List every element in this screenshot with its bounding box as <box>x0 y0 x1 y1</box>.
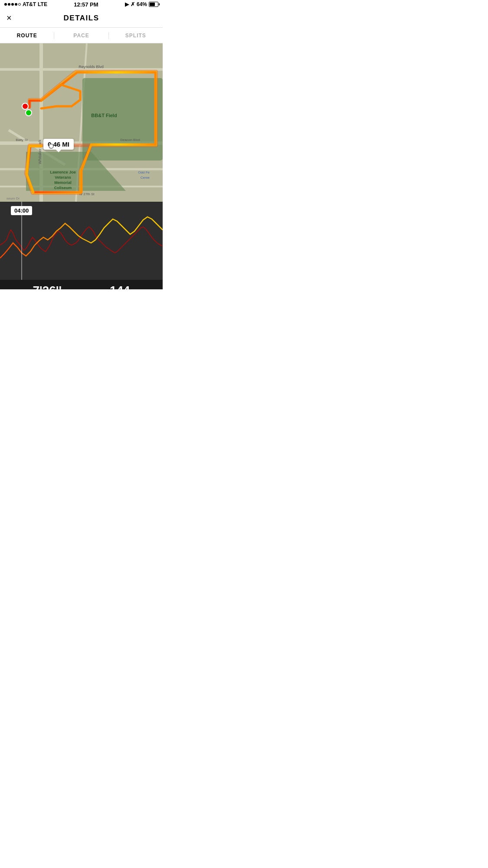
status-time: 12:57 PM <box>74 1 98 8</box>
battery-icon <box>149 2 158 7</box>
signal-dot-2 <box>8 3 10 6</box>
page-title: DETAILS <box>64 14 99 23</box>
tab-bar: ROUTE PACE SPLITS <box>0 28 163 43</box>
map-svg: BB&T Field Lawrence Joe Veterans Memoria… <box>0 43 163 202</box>
stats-row: 7'26'' 144 <box>0 280 163 289</box>
network-type-label: LTE <box>38 1 47 7</box>
signal-dot-3 <box>11 3 14 6</box>
heart-rate-value: 144 <box>110 284 130 289</box>
signal-dot-5 <box>18 3 21 6</box>
svg-text:Odd Fe: Odd Fe <box>138 170 150 174</box>
svg-text:Coliseum: Coliseum <box>54 186 72 190</box>
svg-text:Veterans: Veterans <box>55 175 71 180</box>
battery-fill <box>150 3 155 6</box>
svg-text:Baity St: Baity St <box>16 138 28 142</box>
svg-text:Deacon Blvd: Deacon Blvd <box>120 138 140 142</box>
svg-text:Whitaker Park: Whitaker Park <box>38 139 42 164</box>
signal-dot-4 <box>15 3 17 6</box>
pace-value: 7'26'' <box>33 284 62 289</box>
svg-text:Memorial: Memorial <box>54 180 72 185</box>
location-icon: ▶ <box>125 1 129 7</box>
chart-time-value: 04:00 <box>14 207 29 214</box>
tab-pace[interactable]: PACE <box>54 28 108 43</box>
status-right: ▶ ✗ 64% <box>125 1 158 7</box>
bluetooth-icon: ✗ <box>131 1 135 7</box>
map-container[interactable]: BB&T Field Lawrence Joe Veterans Memoria… <box>0 43 163 202</box>
distance-tooltip: 0.46 MI <box>43 139 74 150</box>
svg-text:Reynolds Blvd: Reynolds Blvd <box>79 65 104 69</box>
signal-dots <box>4 3 21 6</box>
page-header: × DETAILS <box>0 9 163 28</box>
chart-container[interactable]: 04:00 <box>0 202 163 280</box>
battery-percent: 64% <box>137 1 147 7</box>
status-left: AT&T LTE <box>4 1 47 7</box>
start-marker <box>22 103 29 110</box>
svg-text:seum Dr: seum Dr <box>7 197 20 200</box>
tab-splits[interactable]: SPLITS <box>109 28 163 43</box>
svg-text:Lawrence Joe: Lawrence Joe <box>50 170 76 174</box>
end-marker <box>25 109 32 116</box>
status-bar: AT&T LTE 12:57 PM ▶ ✗ 64% <box>0 0 163 9</box>
close-button[interactable]: × <box>7 13 12 23</box>
signal-dot-1 <box>4 3 7 6</box>
chart-time-tooltip: 04:00 <box>11 206 32 215</box>
carrier-label: AT&T <box>23 1 36 7</box>
route-cursor-marker <box>49 144 54 149</box>
tab-route[interactable]: ROUTE <box>0 28 54 43</box>
svg-rect-8 <box>82 78 163 160</box>
svg-text:BB&T Field: BB&T Field <box>91 113 117 118</box>
svg-text:Ceme: Ceme <box>141 176 150 180</box>
